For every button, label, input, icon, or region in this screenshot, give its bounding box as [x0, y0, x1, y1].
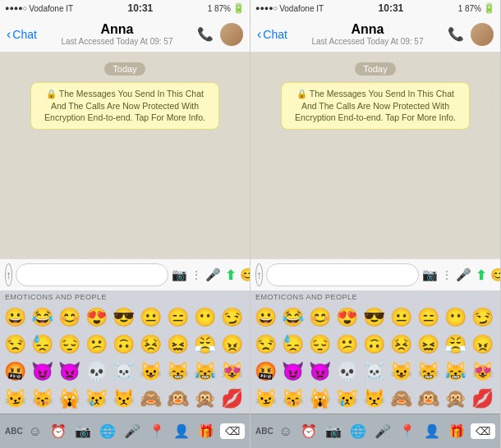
emoji-cell[interactable]: 🙀 — [56, 385, 83, 412]
emoji-cell[interactable]: 🙀 — [306, 385, 333, 412]
emoji-cell[interactable]: 😓 — [29, 331, 56, 358]
emoji-cell[interactable]: 😺 — [137, 358, 164, 385]
emoji-cell[interactable]: 😍 — [83, 304, 110, 331]
emoji-cell[interactable]: 😔 — [306, 331, 333, 358]
emoji-cell[interactable]: 🙊 — [442, 385, 469, 412]
emoji-cell[interactable]: 😿 — [83, 385, 110, 412]
emoji-cell[interactable]: 😽 — [29, 385, 56, 412]
mic-icon[interactable]: 🎤 — [456, 267, 471, 282]
emoji-cell[interactable]: 👿 — [306, 358, 333, 385]
emoji-cell[interactable]: 😍 — [333, 304, 361, 331]
emoji-cell[interactable]: 😸 — [415, 358, 442, 385]
emoji-cell[interactable]: 😠 — [218, 331, 246, 358]
emoji-cell[interactable]: 😕 — [333, 331, 361, 358]
gift-key[interactable]: 🎁 — [446, 423, 467, 439]
emoji-cell[interactable]: 😊 — [56, 304, 83, 331]
emoji-cell[interactable]: 💋 — [218, 385, 246, 412]
emoji-cell[interactable]: 😖 — [415, 331, 442, 358]
dots-icon[interactable]: ⋮ — [191, 269, 201, 281]
delete-key[interactable]: ⌫ — [220, 423, 245, 439]
avatar[interactable] — [220, 23, 243, 46]
emoji-cell[interactable]: 👿 — [56, 358, 83, 385]
emoji-cell[interactable]: 😠 — [469, 331, 496, 358]
emoji-cell[interactable]: 😔 — [56, 331, 83, 358]
emoji-cell[interactable]: 😓 — [279, 331, 306, 358]
abc-key[interactable]: ABC — [255, 427, 273, 436]
emoji-cell[interactable]: 😽 — [279, 385, 306, 412]
camera-icon[interactable]: 📷 — [172, 267, 187, 282]
location-key[interactable]: 📍 — [397, 423, 418, 439]
clock-key[interactable]: ⏰ — [298, 423, 319, 439]
emoji-cell[interactable]: 😶 — [442, 304, 469, 331]
emoji-cell[interactable]: 😏 — [469, 304, 496, 331]
emoji-cell[interactable]: 😊 — [306, 304, 333, 331]
emoji-cell[interactable]: 😶 — [191, 304, 218, 331]
emoji-icon[interactable]: 😊 — [490, 267, 501, 282]
delete-key[interactable]: ⌫ — [471, 423, 495, 439]
emoji-cell[interactable]: 😾 — [110, 385, 137, 412]
emoji-cell[interactable]: 😣 — [137, 331, 164, 358]
emoji-cell[interactable]: 😈 — [29, 358, 56, 385]
clock-key[interactable]: ⏰ — [48, 423, 69, 439]
emoji-icon[interactable]: 😊 — [240, 267, 250, 282]
emoji-cell[interactable]: 😕 — [83, 331, 110, 358]
globe-key[interactable]: 🌐 — [347, 423, 369, 439]
emoji-cell[interactable]: 🙃 — [361, 331, 388, 358]
globe-key[interactable]: 🌐 — [97, 423, 118, 439]
message-input[interactable] — [16, 263, 168, 286]
location-key[interactable]: 📍 — [146, 423, 168, 439]
emoji-cell[interactable]: 🙉 — [164, 385, 191, 412]
encryption-notice[interactable]: 🔒 The Messages You Send In This Chat And… — [281, 82, 470, 130]
emoji-cell[interactable]: 😒 — [252, 331, 279, 358]
emoji-cell[interactable]: 😀 — [252, 304, 279, 331]
emoji-cell[interactable]: 😑 — [415, 304, 442, 331]
avatar[interactable] — [471, 23, 494, 46]
gift-key[interactable]: 🎁 — [195, 423, 217, 439]
back-button[interactable]: ‹ Chat — [257, 27, 287, 42]
emoji-cell[interactable]: 🙃 — [110, 331, 137, 358]
send-up-icon[interactable]: ⬆ — [476, 267, 486, 283]
emoji-cell[interactable]: 😼 — [2, 385, 29, 412]
emoji-cell[interactable]: 🙉 — [415, 385, 442, 412]
emoji-cell[interactable]: 😤 — [191, 331, 218, 358]
emoji-cell[interactable]: 💀 — [83, 358, 110, 385]
mic-key[interactable]: 🎤 — [122, 423, 143, 439]
emoji-cell[interactable]: 😺 — [388, 358, 415, 385]
emoji-cell[interactable]: 😂 — [279, 304, 306, 331]
emoji-cell[interactable]: 😹 — [442, 358, 469, 385]
emoji-cell[interactable]: 😎 — [110, 304, 137, 331]
emoji-cell[interactable]: 🙈 — [388, 385, 415, 412]
emoji-cell[interactable]: 🙊 — [191, 385, 218, 412]
emoji-cell[interactable]: 😀 — [2, 304, 29, 331]
emoji-cell[interactable]: ☠️ — [361, 358, 388, 385]
emoji-cell[interactable]: 😑 — [164, 304, 191, 331]
camera-icon[interactable]: 📷 — [422, 267, 438, 282]
camera-key[interactable]: 📷 — [323, 423, 344, 439]
emoji-cell[interactable]: 🤬 — [252, 358, 279, 385]
emoji-cell[interactable]: 💋 — [469, 385, 496, 412]
emoji-cell[interactable]: 😣 — [388, 331, 415, 358]
emoji-cell[interactable]: 😐 — [388, 304, 415, 331]
emoji-cell[interactable]: 😐 — [137, 304, 164, 331]
back-button[interactable]: ‹ Chat — [7, 27, 37, 42]
emoji-cell[interactable]: 😤 — [442, 331, 469, 358]
emoji-cell[interactable]: 💀 — [333, 358, 361, 385]
mic-key[interactable]: 🎤 — [372, 423, 393, 439]
emoji-cell[interactable]: 😒 — [2, 331, 29, 358]
encryption-notice[interactable]: 🔒 The Messages You Send In This Chat And… — [30, 82, 219, 130]
emoji-cell[interactable]: 🤬 — [2, 358, 29, 385]
emoji-key[interactable]: ☺ — [26, 424, 44, 439]
expand-button[interactable]: ↑ — [5, 263, 12, 286]
contact-key[interactable]: 👤 — [171, 423, 192, 439]
emoji-cell[interactable]: 😿 — [333, 385, 361, 412]
emoji-cell[interactable]: 😹 — [191, 358, 218, 385]
emoji-key[interactable]: ☺ — [277, 424, 295, 439]
emoji-cell[interactable]: 😈 — [279, 358, 306, 385]
phone-icon[interactable]: 📞 — [448, 26, 464, 42]
send-up-icon[interactable]: ⬆ — [225, 267, 236, 283]
mic-icon[interactable]: 🎤 — [205, 267, 221, 282]
emoji-cell[interactable]: 😎 — [361, 304, 388, 331]
dots-icon[interactable]: ⋮ — [442, 269, 452, 281]
camera-key[interactable]: 📷 — [72, 423, 94, 439]
emoji-cell[interactable]: 😻 — [469, 358, 496, 385]
